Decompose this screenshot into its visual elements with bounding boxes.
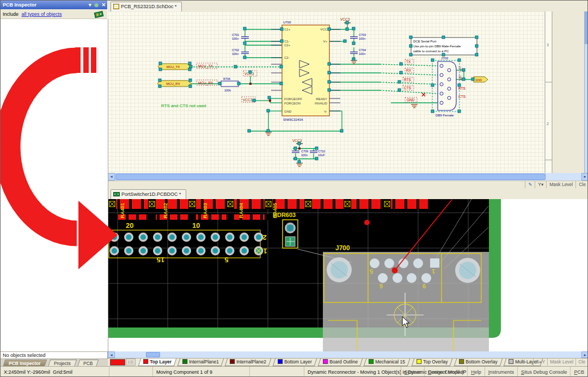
current-layer-swatch[interactable] <box>110 359 125 366</box>
cursor-coords: X:2450mil Y:-2960mil Grid:5mil <box>1 367 109 377</box>
svg-text:GND: GND <box>284 110 292 113</box>
chevron-down-icon[interactable]: ▾ <box>89 2 91 8</box>
sheet-border: 3 2 <box>545 11 584 173</box>
svg-text:C710: C710 <box>318 150 325 153</box>
clear-button[interactable]: Cle <box>575 181 588 188</box>
pcb-filter-icon[interactable]: ⇅▸Y <box>533 359 547 366</box>
svg-text:100n: 100n <box>359 52 365 55</box>
svg-text:C703: C703 <box>359 33 366 36</box>
layer-tab-bottom-layer[interactable]: Bottom Layer <box>272 359 316 366</box>
no-erc-marker <box>422 93 425 96</box>
svg-text:C702: C702 <box>232 48 239 52</box>
pcb-chip-icon <box>94 10 105 18</box>
svg-text:V+: V+ <box>323 40 327 43</box>
scroll-right-icon[interactable]: ▸ <box>581 351 588 358</box>
scroll-right-icon[interactable]: ▸ <box>581 173 588 181</box>
svg-text:CTS: CTS <box>404 86 412 90</box>
svg-text:1: 1 <box>432 268 435 275</box>
system-button[interactable]: System <box>401 367 424 377</box>
svg-text:C2-: C2- <box>284 56 290 59</box>
tab-schdoc[interactable]: PCB_RS2321D.SchDoc * <box>111 2 182 11</box>
resistor-r706[interactable]: R706 100k <box>221 77 238 92</box>
svg-text:2: 2 <box>262 233 266 242</box>
svg-text:V-: V- <box>324 110 327 113</box>
design-compiler-button[interactable]: Design Compiler <box>424 367 468 377</box>
sheet-zone-label: 2 <box>547 122 549 126</box>
inspector-titlebar[interactable]: PCB Inspector ▾ ◉ ✕ <box>1 1 107 9</box>
svg-text:MCU_TX: MCU_TX <box>198 64 213 69</box>
svg-text:C2+: C2+ <box>284 44 291 47</box>
svg-text:GND: GND <box>407 98 415 102</box>
svg-text:RX: RX <box>406 69 412 72</box>
situs-debug-console-button[interactable]: Situs Debug Console <box>517 367 571 377</box>
help-button[interactable]: Help <box>467 367 485 377</box>
pcb-button[interactable]: PCB <box>570 367 587 377</box>
note-box[interactable]: DCE Serial Port Use pin-to-pin DB9 Male-… <box>411 38 477 55</box>
schematic-comment[interactable]: RTS and CTS not used <box>161 103 206 108</box>
svg-text:MCU_RX: MCU_RX <box>198 81 213 85</box>
svg-text:C1-: C1- <box>284 40 290 43</box>
svg-text:100n: 100n <box>232 37 238 40</box>
instruments-button[interactable]: Instruments <box>485 367 517 377</box>
svg-text:RTS: RTS <box>404 78 412 82</box>
layer-tab-internalplane2[interactable]: InternalPlane2 <box>225 359 271 366</box>
schdoc-tab-label: PCB_RS2321D.SchDoc * <box>121 4 177 9</box>
svg-text:C704: C704 <box>359 48 366 52</box>
include-types-link[interactable]: all types of objects <box>22 11 62 17</box>
scroll-left-icon[interactable]: ◂ <box>108 351 115 358</box>
pcb-mask-level-button[interactable]: Mask Level <box>547 359 575 366</box>
svg-text:100n: 100n <box>301 153 308 157</box>
mask-level-button[interactable]: Mask Level <box>546 181 575 188</box>
layer-set-button[interactable]: LS <box>126 359 136 366</box>
svg-text:C709: C709 <box>301 150 308 153</box>
silk-j700-label: J700 <box>335 244 350 252</box>
svg-text:VCC3: VCC3 <box>340 17 350 21</box>
filter-icon[interactable]: Y▾ <box>535 181 546 188</box>
schematic-hscrollbar[interactable]: ◂ ▸ <box>108 173 588 181</box>
layer-tab-mechanical15[interactable]: Mechanical 15 <box>364 359 410 366</box>
layer-tab-bottom-overlay[interactable]: Bottom Overlay <box>454 359 502 366</box>
port-mcu-tx[interactable]: MCU_TX <box>158 64 191 70</box>
layer-tab-top-layer[interactable]: Top Layer <box>138 359 176 366</box>
svg-text:20: 20 <box>126 221 133 230</box>
layer-tab-row: LS Top Layer InternalPlane1 InternalPlan… <box>108 358 588 367</box>
layer-tab-top-overlay[interactable]: Top Overlay <box>411 359 452 366</box>
close-icon[interactable]: ✕ <box>101 2 106 8</box>
port-mcu-rx[interactable]: MCU_RX <box>157 81 191 86</box>
svg-text:5: 5 <box>370 268 373 275</box>
svg-text:RA402: RA402 <box>163 203 168 218</box>
db9-connector-symbol[interactable]: J700 DB9 Female 11 10 <box>432 57 462 117</box>
svg-text:Use pin-to-pin DB9 Male-Female: Use pin-to-pin DB9 Male-Female <box>413 45 461 48</box>
pcb-clear-button[interactable]: Cle <box>575 359 587 366</box>
gnd-port[interactable]: GND <box>474 77 488 82</box>
include-label: Include <box>3 11 19 17</box>
schematic-canvas[interactable]: 3 2 <box>108 11 584 173</box>
inspector-include-row: Include all types of objects <box>1 9 107 19</box>
pin-icon[interactable]: ◉ <box>94 2 99 8</box>
svg-text:10uF: 10uF <box>318 153 325 157</box>
svg-text:1: 1 <box>263 247 267 255</box>
svg-text:MCU_RX: MCU_RX <box>166 82 180 85</box>
j700-footprint-dragging[interactable]: J700 <box>323 244 489 351</box>
svg-text:GND: GND <box>475 78 482 82</box>
ic-part: SN65C3243A <box>283 118 303 121</box>
layer-tab-internalplane1[interactable]: InternalPlane1 <box>177 359 224 366</box>
pcb-hscrollbar[interactable]: ◂ ▸ <box>108 351 588 358</box>
svg-text:READY: READY <box>316 97 327 101</box>
svg-text:10: 10 <box>192 221 200 230</box>
silk-hdr603-label: HDR603 <box>273 212 296 218</box>
layer-tab-board-outline[interactable]: Board Outline <box>318 359 363 366</box>
panel-buttons: SystemDesign CompilerHelpInstrumentsSitu… <box>401 367 587 377</box>
pcb-canvas[interactable]: RA401 RA402 RA403 RA404 RA405 <box>108 199 588 351</box>
altium-designer-app: PCB_RS2321D.SchDoc * 3 2 <box>0 0 588 377</box>
svg-text:VCC: VCC <box>320 28 327 31</box>
wire-edit-icon[interactable]: ✎ <box>525 181 535 188</box>
svg-text:FORCEOFF: FORCEOFF <box>284 97 302 101</box>
svg-text:MCU_TX: MCU_TX <box>167 65 180 69</box>
db9-ref: J700 <box>441 57 449 60</box>
inspector-status: No objects selected <box>1 351 108 359</box>
tab-pcbdoc[interactable]: PortSwitcher1D.PCBDOC * <box>111 189 186 199</box>
schematic-vscrollbar[interactable] <box>584 11 588 173</box>
svg-text:C701: C701 <box>232 33 239 36</box>
svg-text:100k: 100k <box>224 89 231 92</box>
